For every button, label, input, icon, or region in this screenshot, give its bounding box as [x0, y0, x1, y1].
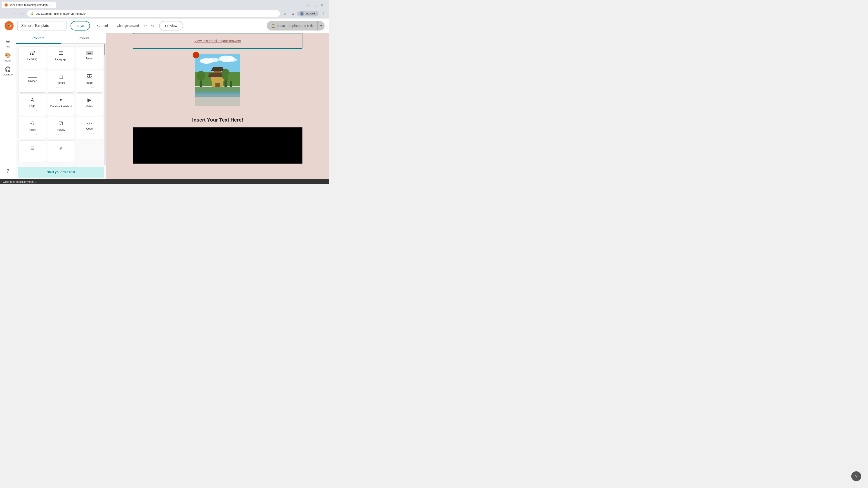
overflow-menu-icon[interactable]: ⋮	[320, 10, 327, 17]
save-exit-group: ⏳ Save Template and Exit ▾	[267, 21, 324, 31]
save-template-exit-button[interactable]: ⏳ Save Template and Exit	[267, 21, 317, 31]
content-item-survey[interactable]: ☑ Survey · · · · ·	[47, 117, 74, 139]
content-item-button[interactable]: ▬ Button · · · · ·	[76, 46, 103, 69]
sidebar-item-optimize[interactable]: 🎧 Optimize	[1, 65, 15, 78]
insert-text[interactable]: Insert Your Text Here!	[137, 117, 298, 123]
svg-marker-6	[211, 67, 224, 71]
loading-icon: ⏳	[271, 24, 276, 28]
save-button[interactable]: Save	[70, 21, 90, 31]
button-icon: ▬	[86, 51, 93, 55]
redo-button[interactable]: ↪	[150, 22, 156, 29]
content-item-social[interactable]: ⚇ Social · · · · ·	[19, 117, 46, 139]
divider-icon	[28, 77, 37, 78]
new-tab-button[interactable]: +	[57, 2, 63, 8]
incognito-badge[interactable]: 👤 Incognito	[297, 11, 319, 17]
tab-favicon	[4, 3, 8, 6]
mailchimp-logo: 🐵	[4, 21, 13, 30]
text-content-section: Insert Your Text Here!	[133, 112, 303, 127]
image-label: Image	[86, 81, 93, 85]
product-dots: · · · · ·	[28, 155, 37, 157]
video-dots: · · · · ·	[85, 110, 94, 112]
content-item-product[interactable]: ⊟ · · · · ·	[19, 140, 46, 162]
content-item-code[interactable]: </> Code · · · · ·	[76, 117, 103, 139]
image-container[interactable]: !	[195, 54, 240, 107]
survey-icon: ☑	[59, 121, 63, 127]
svg-point-2	[208, 58, 219, 62]
help-icon: ?	[6, 168, 9, 174]
star-icon[interactable]: ☆	[282, 10, 288, 17]
temple-image	[195, 54, 240, 106]
content-item-creative-assistant[interactable]: ✦ Creative Assistant · · · · ·	[47, 94, 74, 116]
content-item-paragraph[interactable]: ☰ Paragraph · · · · ·	[47, 46, 74, 69]
product-icon: ⊟	[30, 145, 34, 151]
video-icon: ▶	[88, 97, 91, 103]
tab-title: us21.admin.mailchimp.com/tem...	[9, 3, 50, 6]
sidebar-item-styles[interactable]: 🎨 Styles	[1, 51, 15, 64]
content-item-image[interactable]: 🖼 Image · · · · ·	[76, 70, 103, 93]
undo-redo-group: ↩ ↪	[143, 22, 156, 29]
sidebar-item-add[interactable]: ⊕ Add	[1, 37, 15, 50]
divider-label: Divider	[28, 79, 36, 83]
heading-icon: Hi	[30, 51, 35, 56]
svg-rect-7	[214, 71, 221, 73]
svg-point-18	[228, 72, 235, 81]
address-bar: ← → ✕ 🔒 us21.admin.mailchimp.com/templat…	[0, 8, 329, 19]
split-view-icon[interactable]: ⧉	[289, 10, 296, 17]
canvas-area[interactable]: View this email in your browser !	[106, 33, 329, 180]
code-icon: </>	[87, 122, 92, 125]
tab-layouts[interactable]: Layouts	[61, 33, 106, 44]
svg-point-20	[197, 71, 205, 80]
email-canvas: View this email in your browser !	[133, 33, 303, 164]
scrollbar-thumb[interactable]	[104, 44, 105, 55]
paragraph-dots: · · · · ·	[56, 63, 66, 65]
save-exit-dropdown-button[interactable]: ▾	[317, 21, 324, 31]
browser-chrome: us21.admin.mailchimp.com/tem... × + ⌄ — …	[0, 0, 329, 19]
start-trial-button[interactable]: Start your free trial	[18, 167, 104, 177]
content-item-heading[interactable]: Hi Heading · · · · ·	[19, 46, 46, 69]
forward-button[interactable]: →	[11, 10, 17, 17]
survey-label: Survey	[57, 128, 65, 131]
paragraph-label: Paragraph	[55, 58, 67, 61]
content-item-divider[interactable]: Divider · · · · ·	[19, 70, 46, 93]
button-label: Button	[86, 57, 93, 60]
close-window-button[interactable]: ✕	[319, 2, 326, 8]
image-content-section: !	[133, 49, 303, 112]
spacer-icon: ⬚	[59, 74, 63, 79]
minimize-button[interactable]: —	[305, 2, 311, 8]
svg-point-4	[228, 58, 237, 62]
content-item-spacer[interactable]: ⬚ Spacer · · · · ·	[47, 70, 74, 93]
creative-assistant-icon: ✦	[59, 97, 63, 103]
active-tab[interactable]: us21.admin.mailchimp.com/tem... ×	[2, 2, 56, 8]
address-input[interactable]: 🔒 us21.admin.mailchimp.com/templates/	[27, 10, 280, 17]
chevron-down-icon[interactable]: ⌄	[298, 2, 304, 8]
code-dots: · · · · ·	[85, 132, 94, 135]
panel-scroll-wrapper: Hi Heading · · · · · ☰ Paragraph · · · ·…	[16, 44, 106, 165]
cancel-button[interactable]: Cancel	[94, 22, 112, 29]
button-dots: · · · · ·	[85, 62, 94, 64]
tab-content[interactable]: Content	[16, 33, 61, 44]
scrollbar-track[interactable]	[104, 44, 105, 165]
spacer-label: Spacer	[57, 81, 65, 85]
back-button[interactable]: ←	[3, 10, 9, 17]
gift-icon: ⎎	[59, 145, 62, 151]
logo-dots: · · · · ·	[28, 109, 37, 112]
preview-button[interactable]: Preview	[159, 21, 183, 31]
view-in-browser-link[interactable]: View this email in your browser	[194, 39, 241, 43]
panel-tabs: Content Layouts	[16, 33, 106, 44]
sidebar-item-help[interactable]: ?	[1, 166, 15, 176]
reload-button[interactable]: ✕	[19, 10, 25, 17]
tab-close-icon[interactable]: ×	[52, 4, 53, 6]
heading-dots: · · · · ·	[28, 63, 37, 65]
content-items-grid: Hi Heading · · · · · ☰ Paragraph · · · ·…	[16, 44, 106, 165]
template-name-input[interactable]	[17, 21, 67, 31]
svg-rect-9	[211, 77, 224, 80]
maximize-button[interactable]: ⬜	[312, 2, 318, 8]
video-label: Video	[86, 105, 93, 108]
image-dots: · · · · ·	[85, 86, 94, 89]
video-section[interactable]	[133, 127, 303, 164]
content-item-video[interactable]: ▶ Video · · · · ·	[76, 94, 103, 116]
lock-icon: 🔒	[31, 12, 34, 15]
content-item-gift[interactable]: ⎎ · · · · ·	[47, 140, 74, 162]
undo-button[interactable]: ↩	[143, 22, 148, 29]
content-item-logo[interactable]: A Logo · · · · ·	[19, 94, 46, 116]
